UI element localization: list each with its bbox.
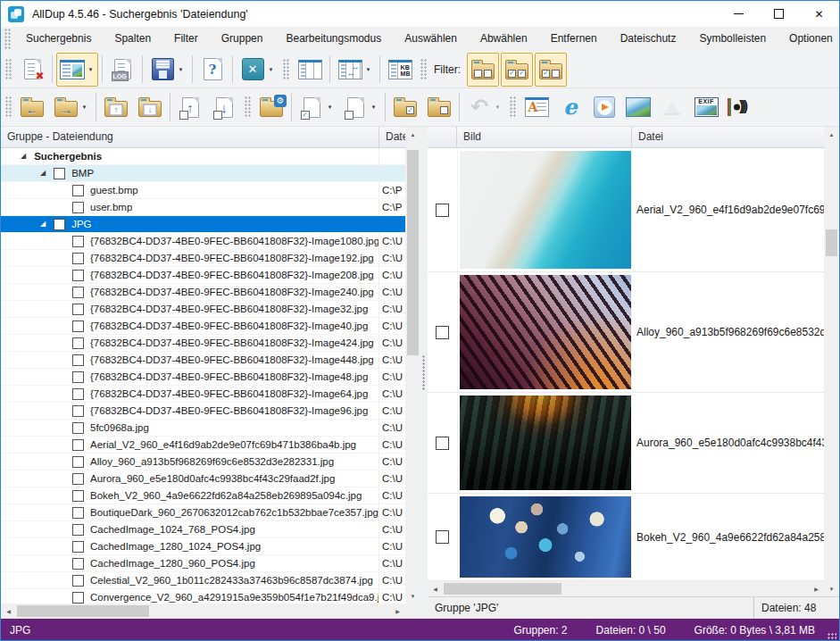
file-row[interactable]: {76832BC4-DD37-4BE0-9FEC-BB6041808F32}-I… bbox=[1, 335, 405, 352]
file-row[interactable]: {76832BC4-DD37-4BE0-9FEC-BB6041808F32}-I… bbox=[1, 403, 405, 420]
deselect-file-button[interactable]: ▼ bbox=[339, 90, 381, 124]
row-checkbox[interactable] bbox=[72, 541, 84, 553]
duplicate-file-row[interactable]: Alloy_960_a913b5f968269f69c6e8532d3e2823… bbox=[428, 272, 824, 393]
row-checkbox[interactable] bbox=[72, 388, 84, 400]
row-checkbox[interactable] bbox=[436, 326, 449, 339]
row-checkbox[interactable] bbox=[72, 524, 84, 536]
duplicate-file-row[interactable]: Aurora_960_e5e180d0afc4c9938bc4f43c29faa… bbox=[428, 393, 824, 494]
file-row[interactable]: user.bmpC:\P bbox=[1, 199, 405, 216]
file-row[interactable]: {76832BC4-DD37-4BE0-9FEC-BB6041808F32}-I… bbox=[1, 250, 405, 267]
menu-entfernen[interactable]: Entfernen bbox=[539, 27, 609, 51]
duplicate-file-row[interactable]: Bokeh_V2_960_4a9e6622fd62a84a258eb269895… bbox=[428, 494, 824, 581]
row-checkbox[interactable] bbox=[72, 575, 84, 587]
file-row[interactable]: {76832BC4-DD37-4BE0-9FEC-BB6041808F32}-I… bbox=[1, 284, 405, 301]
file-row[interactable]: Aerial_V2_960_e4f16d9ab2de9e07fc69b471b3… bbox=[1, 437, 405, 454]
row-checkbox[interactable] bbox=[72, 236, 84, 247]
open-image-viewer-button[interactable] bbox=[622, 90, 654, 124]
file-row[interactable]: {76832BC4-DD37-4BE0-9FEC-BB6041808F32}-I… bbox=[1, 352, 405, 369]
scrollbar-thumb[interactable] bbox=[444, 583, 561, 595]
file-row[interactable]: guest.bmpC:\P bbox=[1, 182, 405, 199]
row-checkbox[interactable] bbox=[54, 219, 65, 230]
file-row[interactable]: 5fc0968a.jpgC:\U bbox=[1, 420, 405, 437]
row-checkbox[interactable] bbox=[72, 320, 84, 332]
select-file-button[interactable]: ✓▼ bbox=[295, 90, 337, 124]
titlebar[interactable]: AllDup 4.5.46 - Suchergebnis 'Dateiendun… bbox=[1, 1, 839, 27]
filter-show-mixed-groups-button[interactable]: ✓ bbox=[535, 53, 567, 87]
open-browser-button[interactable]: e bbox=[554, 90, 586, 124]
expander-icon[interactable]: ◢ bbox=[21, 148, 26, 164]
dropdown-arrow-icon[interactable]: ▼ bbox=[79, 104, 89, 110]
column-header-datei[interactable]: Datei bbox=[632, 127, 824, 148]
duplicate-file-row[interactable]: Aerial_V2_960_e4f16d9ab2de9e07fc69b471b3… bbox=[428, 148, 824, 272]
row-checkbox[interactable] bbox=[72, 592, 84, 604]
column-width-button[interactable]: ↔↔▼ bbox=[334, 53, 376, 87]
row-checkbox[interactable] bbox=[72, 558, 84, 570]
dropdown-arrow-icon[interactable]: ▼ bbox=[363, 67, 373, 72]
left-panel-horizontal-scrollbar[interactable]: ◀ ▶ bbox=[1, 604, 405, 619]
row-checkbox[interactable] bbox=[72, 304, 84, 315]
preview-mode-button[interactable]: ▼ bbox=[56, 53, 98, 87]
file-row[interactable]: Aurora_960_e5e180d0afc4c9938bc4f43c29faa… bbox=[1, 470, 405, 487]
scroll-right-icon[interactable]: ▶ bbox=[809, 581, 824, 596]
row-checkbox[interactable] bbox=[436, 437, 449, 450]
scroll-left-icon[interactable]: ◀ bbox=[1, 604, 16, 619]
column-header-datei[interactable]: Date bbox=[379, 127, 405, 148]
file-row[interactable]: Bokeh_V2_960_4a9e6622fd62a84a258eb269895… bbox=[1, 487, 405, 504]
save-search-result-button[interactable]: ▼ bbox=[146, 53, 188, 87]
menu-suchergebnis[interactable]: Suchergebnis bbox=[14, 27, 103, 51]
toolbar-grip[interactable] bbox=[420, 59, 427, 80]
row-checkbox[interactable] bbox=[72, 253, 84, 264]
file-row[interactable]: {76832BC4-DD37-4BE0-9FEC-BB6041808F32}-I… bbox=[1, 267, 405, 284]
menu-optionen[interactable]: Optionen bbox=[778, 27, 840, 51]
row-checkbox[interactable] bbox=[436, 530, 449, 544]
toolbar-grip[interactable] bbox=[245, 96, 251, 118]
row-checkbox[interactable] bbox=[436, 204, 449, 217]
next-file-button[interactable]: ↓ bbox=[208, 90, 240, 124]
deselect-group-button[interactable] bbox=[423, 90, 455, 124]
file-row[interactable]: BoutiqueDark_960_2670632012cab762c1b532b… bbox=[1, 504, 405, 521]
menu-spalten[interactable]: Spalten bbox=[103, 27, 162, 51]
toolbar-grip[interactable] bbox=[5, 96, 12, 118]
open-vlc-button[interactable] bbox=[656, 90, 688, 124]
maximize-button[interactable] bbox=[759, 1, 799, 27]
help-button[interactable]: ? bbox=[196, 53, 229, 87]
row-checkbox[interactable] bbox=[72, 337, 84, 349]
row-checkbox[interactable] bbox=[54, 168, 65, 179]
play-audio-button[interactable]: ))) bbox=[724, 90, 754, 124]
row-checkbox[interactable] bbox=[72, 405, 84, 417]
menu-dateischutz[interactable]: Dateischutz bbox=[609, 27, 688, 51]
row-checkbox[interactable] bbox=[72, 202, 84, 213]
column-header-bild[interactable]: Bild bbox=[457, 127, 632, 148]
menu-bearbeitungsmodus[interactable]: Bearbeitungsmodus bbox=[274, 27, 393, 51]
open-media-player-button[interactable] bbox=[588, 90, 620, 124]
row-checkbox[interactable] bbox=[72, 371, 84, 383]
history-back-button[interactable]: ← bbox=[16, 90, 48, 124]
right-panel-vertical-scrollbar[interactable]: ▲ ▼ bbox=[824, 127, 839, 596]
undo-button[interactable]: ↶▼ bbox=[463, 90, 505, 124]
menu-auswählen[interactable]: Auswählen bbox=[393, 27, 469, 51]
column-header-gruppe-dateiendung[interactable]: Gruppe - Dateiendung bbox=[1, 127, 379, 148]
filter-show-selected-groups-button[interactable]: ✓✓ bbox=[501, 53, 533, 87]
previous-group-button[interactable]: ↑ bbox=[100, 90, 132, 124]
left-panel-vertical-scrollbar[interactable]: ▲ ▼ bbox=[405, 127, 420, 604]
thumbnail-aurora[interactable] bbox=[460, 395, 631, 490]
menubar-grip[interactable] bbox=[4, 29, 11, 50]
panel-splitter[interactable] bbox=[420, 127, 428, 619]
toolbar-grip[interactable] bbox=[510, 96, 516, 118]
show-log-button[interactable]: LOG bbox=[106, 53, 138, 87]
scrollbar-thumb[interactable] bbox=[826, 229, 837, 256]
scroll-up-icon[interactable]: ▲ bbox=[405, 127, 420, 142]
minimize-button[interactable] bbox=[719, 1, 759, 27]
remove-search-result-button[interactable]: ✖ bbox=[16, 53, 48, 87]
next-group-button[interactable]: ↓ bbox=[134, 90, 166, 124]
scrollbar-thumb[interactable] bbox=[407, 150, 419, 355]
row-checkbox[interactable] bbox=[72, 490, 84, 502]
dropdown-arrow-icon[interactable]: ▼ bbox=[266, 67, 276, 72]
file-row[interactable]: {76832BC4-DD37-4BE0-9FEC-BB6041808F32}-I… bbox=[1, 301, 405, 318]
row-checkbox[interactable] bbox=[72, 473, 84, 485]
menu-filter[interactable]: Filter bbox=[162, 27, 210, 51]
row-checkbox[interactable] bbox=[72, 507, 84, 519]
open-text-editor-button[interactable]: A bbox=[520, 90, 553, 124]
row-checkbox[interactable] bbox=[72, 456, 84, 468]
scroll-up-icon[interactable]: ▲ bbox=[824, 127, 839, 142]
